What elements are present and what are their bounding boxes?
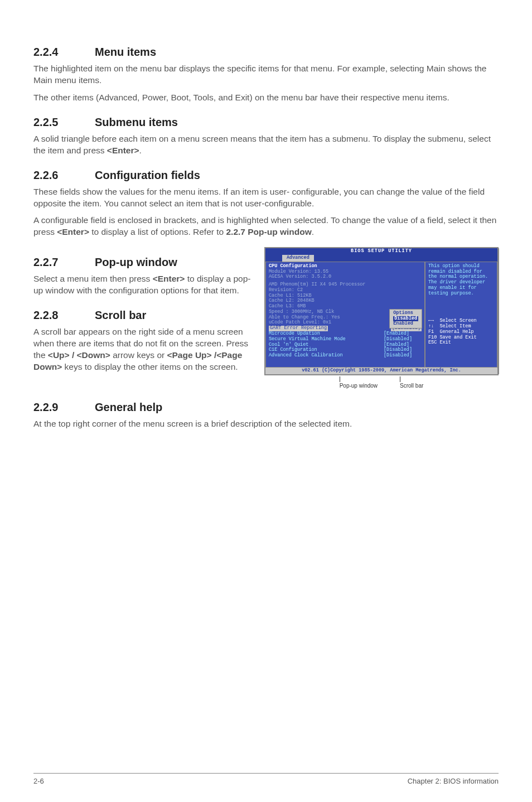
heading-226: 2.2.6Configuration fields (33, 169, 499, 182)
bios-scrollbar[interactable] (497, 248, 499, 374)
heading-229: 2.2.9General help (33, 401, 499, 414)
key-label: Select Item (439, 323, 471, 329)
heading-title: Menu items (95, 46, 156, 58)
figure-label-scrollbar: Scroll bar (400, 376, 423, 389)
para-224-2: The other items (Advanced, Power, Boot, … (33, 92, 499, 104)
figure-labels: Pop-up window Scroll bar (264, 376, 499, 389)
heading-225: 2.2.5Submenu items (33, 116, 499, 129)
text: . (139, 146, 142, 155)
key-name: ESC (428, 340, 437, 345)
popup-option-enabled[interactable]: Enabled (393, 321, 418, 327)
key-name: F1 (428, 329, 434, 335)
heading-num: 2.2.9 (33, 401, 95, 414)
bios-window: BIOS SETUP UTILITY Advanced CPU Configur… (264, 247, 499, 375)
heading-title: Submenu items (95, 116, 178, 128)
para-225-1: A solid triangle before each item on a m… (33, 133, 499, 157)
arrows-ud-icon: ↑↓ (428, 323, 434, 329)
para-226-1: These fields show the values for the men… (33, 186, 499, 210)
page: 2.2.4Menu items The highlighted item on … (0, 0, 532, 802)
page-number: 2-6 (33, 777, 44, 785)
bios-tabbar: Advanced (265, 255, 497, 262)
bios-figure: BIOS SETUP UTILITY Advanced CPU Configur… (264, 247, 499, 388)
para-224-1: The highlighted item on the menu bar dis… (33, 63, 499, 86)
key-name: F10 (428, 335, 437, 340)
bios-row-acc[interactable]: Advanced Clock Calibration[Disabled] (269, 353, 422, 359)
heading-num: 2.2.7 (33, 256, 95, 269)
bios-agesa-version: AGESA Version: 3.5.2.0 (269, 274, 422, 280)
key-enter: <Enter> (107, 146, 139, 155)
heading-title: Pop-up window (95, 256, 177, 268)
text: Select a menu item then press (33, 274, 153, 283)
right-column: BIOS SETUP UTILITY Advanced CPU Configur… (264, 244, 499, 388)
text: . (312, 227, 314, 236)
key-exit: ESC Exit (428, 340, 494, 346)
heading-224: 2.2.4Menu items (33, 46, 499, 59)
text: to display a list of options. Refer to (89, 227, 226, 236)
figure-label-popup: Pop-up window (340, 376, 378, 389)
para-227-1: Select a menu item then press <Enter> to… (33, 273, 253, 297)
key-updown: <Up> / <Down> (48, 350, 110, 360)
leader-line-icon (340, 376, 340, 382)
heading-num: 2.2.6 (33, 169, 95, 182)
heading-227: 2.2.7Pop-up window (33, 256, 253, 269)
heading-num: 2.2.5 (33, 116, 95, 129)
bios-row-val: [Disabled] (384, 353, 422, 359)
para-229-1: At the top right corner of the menu scre… (33, 418, 499, 430)
key-label: General Help (439, 329, 473, 335)
heading-num: 2.2.8 (33, 309, 95, 322)
key-enter: <Enter> (57, 227, 89, 236)
bios-body: CPU Configuration Module Version: 13.55 … (265, 262, 497, 368)
bios-row-label: Advanced Clock Calibration (269, 353, 384, 359)
help-line: testing purpose. (428, 291, 494, 297)
left-column: 2.2.7Pop-up window Select a menu item th… (33, 244, 253, 379)
two-column-section: 2.2.7Pop-up window Select a menu item th… (33, 244, 499, 388)
bios-popup[interactable]: Options Disabled Enabled (389, 309, 422, 328)
key-label: Save and Exit (439, 335, 476, 340)
text: keys to display the other items on the s… (62, 362, 238, 371)
bios-right-pane: This option should remain disabled for t… (425, 262, 497, 368)
para-226-2: A configurable field is enclosed in brac… (33, 215, 499, 238)
key-enter: <Enter> (153, 274, 185, 283)
key-label: Select Screen (439, 318, 476, 323)
text: A solid triangle before each item on a m… (33, 134, 491, 155)
heading-title: Scroll bar (95, 309, 146, 321)
label-text: Scroll bar (400, 383, 423, 389)
chapter-label: Chapter 2: BIOS information (408, 777, 499, 785)
para-228-1: A scroll bar appears on the right side o… (33, 326, 253, 373)
bios-footer: v02.61 (C)Copyright 1985-2009, American … (265, 368, 497, 374)
page-footer: 2-6 Chapter 2: BIOS information (33, 773, 499, 785)
heading-title: Configuration fields (95, 169, 200, 181)
leader-line-icon (400, 376, 400, 382)
bios-title: BIOS SETUP UTILITY (265, 248, 497, 255)
bios-keys: ←→ Select Screen ↑↓ Select Item F1 Gener… (428, 318, 494, 346)
bios-left-pane: CPU Configuration Module Version: 13.55 … (265, 262, 425, 368)
heading-228: 2.2.8Scroll bar (33, 309, 253, 322)
arrows-lr-icon: ←→ (428, 318, 434, 323)
heading-title: General help (95, 401, 162, 413)
text: arrow keys or (110, 350, 167, 360)
ref-popup: 2.2.7 Pop-up window (226, 227, 312, 236)
label-text: Pop-up window (340, 383, 378, 389)
bios-tab-advanced[interactable]: Advanced (282, 255, 314, 262)
key-label: Exit (439, 340, 451, 345)
heading-num: 2.2.4 (33, 46, 95, 59)
